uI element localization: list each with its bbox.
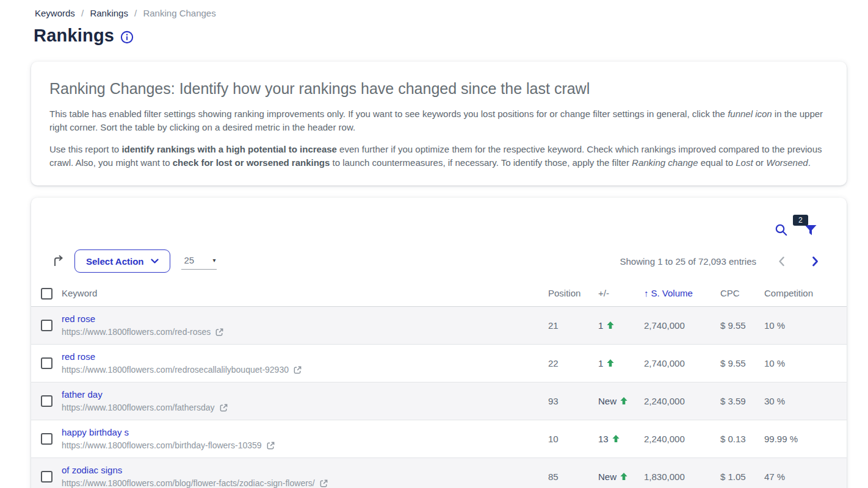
page-size-select[interactable]: 25 ▾ — [181, 253, 217, 270]
page-size-value: 25 — [184, 255, 194, 265]
cpc-cell: $ 9.55 — [720, 344, 764, 382]
change-value: 1 — [598, 320, 603, 331]
competition-cell: 30 % — [764, 382, 847, 420]
select-all-checkbox[interactable] — [41, 288, 52, 300]
change-cell: New — [598, 472, 644, 482]
change-value: 1 — [598, 358, 603, 368]
row-checkbox[interactable] — [41, 433, 52, 445]
header-change[interactable]: +/- — [598, 281, 644, 306]
header-competition[interactable]: Competition — [764, 281, 847, 306]
table-row: happy birthday s https://www.1800flowers… — [31, 420, 847, 458]
arrow-up-green-icon — [620, 396, 628, 405]
header-keyword[interactable]: Keyword — [62, 281, 548, 306]
table-row: red rose https://www.1800flowers.com/red… — [31, 344, 847, 382]
volume-cell: 1,830,000 — [644, 458, 720, 488]
change-cell: New — [598, 396, 644, 406]
keyword-link[interactable]: happy birthday s — [62, 427, 548, 437]
competition-cell: 10 % — [764, 344, 847, 382]
external-link-icon[interactable] — [266, 441, 275, 450]
arrow-up-green-icon — [612, 434, 620, 443]
bulk-action-arrow-icon — [51, 254, 66, 268]
table-header-row: Keyword Position +/- ↑S. Volume CPC Comp… — [31, 281, 847, 306]
position-cell: 21 — [548, 306, 598, 344]
breadcrumb-separator: / — [81, 8, 84, 18]
breadcrumb-current: Ranking Changes — [143, 8, 215, 18]
showing-entries-text: Showing 1 to 25 of 72,093 entries — [620, 256, 757, 267]
header-s-volume-label: S. Volume — [651, 288, 693, 298]
competition-cell: 47 % — [764, 458, 847, 488]
keyword-url: https://www.1800flowers.com/red-roses — [62, 327, 211, 337]
change-cell: 13 — [598, 434, 644, 444]
filter-count-badge: 2 — [793, 215, 808, 226]
cpc-cell: $ 1.05 — [720, 458, 764, 488]
breadcrumb-rankings[interactable]: Rankings — [90, 8, 128, 18]
position-cell: 22 — [548, 344, 598, 382]
sort-ascending-icon: ↑ — [644, 288, 649, 298]
change-cell: 1 — [598, 358, 644, 368]
position-cell: 93 — [548, 382, 598, 420]
table-row: red rose https://www.1800flowers.com/red… — [31, 306, 847, 344]
volume-cell: 2,240,000 — [644, 382, 720, 420]
competition-cell: 99.99 % — [764, 420, 847, 458]
header-s-volume[interactable]: ↑S. Volume — [644, 281, 720, 306]
keyword-link[interactable]: red rose — [62, 314, 548, 324]
filter-funnel-icon[interactable] — [804, 224, 817, 237]
row-checkbox[interactable] — [41, 357, 52, 369]
arrow-up-green-icon — [606, 359, 615, 367]
keyword-url: https://www.1800flowers.com/fathersday — [62, 403, 215, 412]
breadcrumb-separator: / — [134, 8, 137, 18]
description-heading: Ranking Changes: Identify how your ranki… — [49, 80, 828, 98]
arrow-up-green-icon — [620, 472, 628, 481]
table-row: father day https://www.1800flowers.com/f… — [31, 382, 847, 420]
keyword-url: https://www.1800flowers.com/redrosecalla… — [62, 365, 289, 375]
cpc-cell: $ 0.13 — [720, 420, 764, 458]
volume-cell: 2,240,000 — [644, 420, 720, 458]
pagination-prev-icon[interactable] — [776, 254, 787, 269]
change-value: 13 — [598, 434, 609, 444]
table-row: of zodiac signs https://www.1800flowers.… — [31, 458, 847, 488]
arrow-up-green-icon — [606, 321, 615, 329]
search-icon[interactable] — [775, 223, 788, 237]
external-link-icon[interactable] — [219, 403, 228, 412]
ranking-table-card: 2 Select Action 25 ▾ Showing 1 — [31, 198, 847, 488]
cpc-cell: $ 3.59 — [720, 382, 764, 420]
external-link-icon[interactable] — [215, 328, 224, 337]
header-position[interactable]: Position — [548, 281, 598, 306]
keyword-link[interactable]: of zodiac signs — [62, 465, 548, 475]
breadcrumb-keywords[interactable]: Keywords — [35, 8, 75, 18]
position-cell: 10 — [548, 420, 598, 458]
position-cell: 85 — [548, 458, 598, 488]
row-checkbox[interactable] — [41, 320, 52, 331]
select-action-button[interactable]: Select Action — [74, 249, 170, 273]
competition-cell: 10 % — [764, 306, 847, 344]
change-cell: 1 — [598, 320, 644, 331]
keyword-link[interactable]: red rose — [62, 351, 548, 362]
volume-cell: 2,740,000 — [644, 306, 720, 344]
keyword-url: https://www.1800flowers.com/birthday-flo… — [62, 440, 262, 450]
external-link-icon[interactable] — [293, 365, 302, 375]
keyword-url: https://www.1800flowers.com/blog/flower-… — [62, 478, 315, 488]
row-checkbox[interactable] — [41, 471, 52, 483]
row-checkbox[interactable] — [41, 395, 52, 407]
chevron-down-icon — [151, 259, 159, 264]
select-action-label: Select Action — [86, 256, 143, 267]
caret-down-icon: ▾ — [212, 257, 215, 264]
volume-cell: 2,740,000 — [644, 344, 720, 382]
description-card: Ranking Changes: Identify how your ranki… — [31, 62, 847, 185]
cpc-cell: $ 9.55 — [720, 306, 764, 344]
keyword-link[interactable]: father day — [62, 389, 548, 400]
external-link-icon[interactable] — [319, 479, 328, 488]
change-value: New — [598, 396, 617, 406]
info-icon[interactable] — [120, 30, 134, 44]
breadcrumb: Keywords / Rankings / Ranking Changes — [0, 0, 868, 18]
header-cpc[interactable]: CPC — [720, 281, 764, 306]
description-paragraph-1: This table has enabled filter settings s… — [49, 107, 828, 134]
page-title: Rankings — [34, 26, 114, 46]
change-value: New — [598, 472, 617, 482]
rankings-table: Keyword Position +/- ↑S. Volume CPC Comp… — [31, 281, 847, 488]
description-paragraph-2: Use this report to identify rankings wit… — [49, 143, 828, 170]
pagination-next-icon[interactable] — [809, 254, 821, 269]
